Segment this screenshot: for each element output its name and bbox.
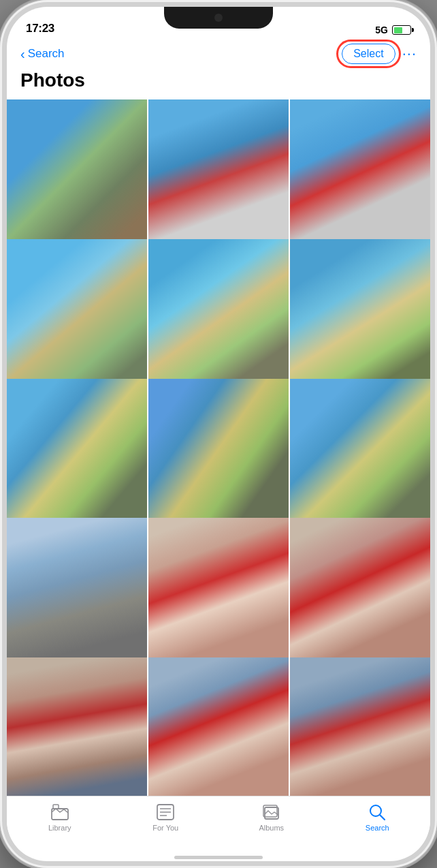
battery-container (392, 25, 411, 35)
home-indicator (7, 856, 430, 861)
more-button[interactable]: ··· (402, 45, 417, 63)
photo-9[interactable] (290, 379, 430, 519)
tab-albums-label: Albums (259, 824, 284, 832)
select-button-wrapper: Select (342, 44, 395, 64)
photo-8[interactable] (148, 379, 289, 519)
photo-4[interactable] (7, 239, 147, 379)
tab-search[interactable]: Search (353, 803, 401, 832)
select-button[interactable]: Select (342, 44, 395, 64)
library-icon (50, 803, 69, 821)
foryou-icon (156, 803, 175, 821)
home-bar (174, 856, 263, 859)
notch (164, 7, 273, 29)
back-label: Search (28, 47, 65, 61)
phone-frame: 17:23 5G ‹ Search (0, 0, 437, 868)
page-title: Photos (7, 69, 430, 99)
tab-foryou[interactable]: For You (142, 803, 189, 832)
tab-albums[interactable]: Albums (248, 803, 295, 832)
screen-content: 17:23 5G ‹ Search (7, 7, 430, 861)
albums-icon (262, 803, 281, 821)
signal-indicator: 5G (375, 25, 388, 35)
tab-search-label: Search (366, 824, 389, 832)
photo-12[interactable] (290, 518, 430, 658)
photo-1[interactable] (7, 99, 147, 240)
phone-screen: 17:23 5G ‹ Search (7, 7, 430, 861)
back-chevron-icon: ‹ (20, 46, 25, 62)
photo-14[interactable] (148, 657, 289, 796)
photo-7[interactable] (7, 379, 147, 519)
nav-right-actions: Select ··· (342, 44, 417, 64)
photo-6[interactable] (290, 239, 430, 379)
photo-grid (7, 99, 430, 796)
navigation-bar: ‹ Search Select ··· (7, 41, 430, 69)
status-time: 17:23 (26, 22, 54, 35)
svg-line-9 (380, 815, 385, 820)
status-icons: 5G (375, 25, 411, 35)
photo-11[interactable] (148, 518, 289, 658)
camera (214, 14, 223, 22)
battery-icon (392, 25, 411, 35)
tab-library[interactable]: Library (36, 803, 84, 832)
battery-fill (394, 27, 403, 33)
search-tab-icon (368, 803, 387, 821)
photo-10[interactable] (7, 518, 147, 658)
photo-5[interactable] (148, 239, 289, 379)
back-button[interactable]: ‹ Search (20, 46, 65, 62)
photo-2[interactable] (148, 99, 289, 240)
photo-15[interactable] (290, 657, 430, 796)
tab-library-label: Library (48, 824, 71, 832)
photo-3[interactable] (290, 99, 430, 240)
photo-13[interactable] (7, 657, 147, 796)
tab-foryou-label: For You (152, 824, 178, 832)
tab-bar: Library For You (7, 796, 430, 856)
